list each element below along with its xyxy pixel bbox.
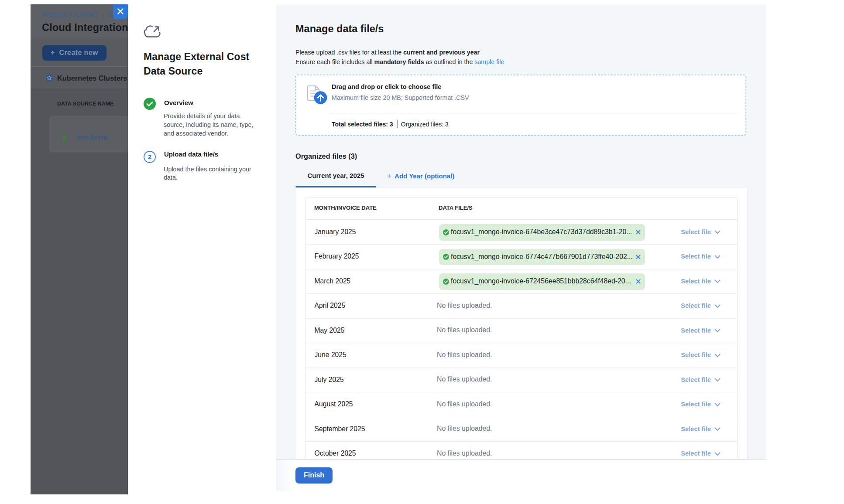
svg-text:2: 2 <box>148 153 151 160</box>
